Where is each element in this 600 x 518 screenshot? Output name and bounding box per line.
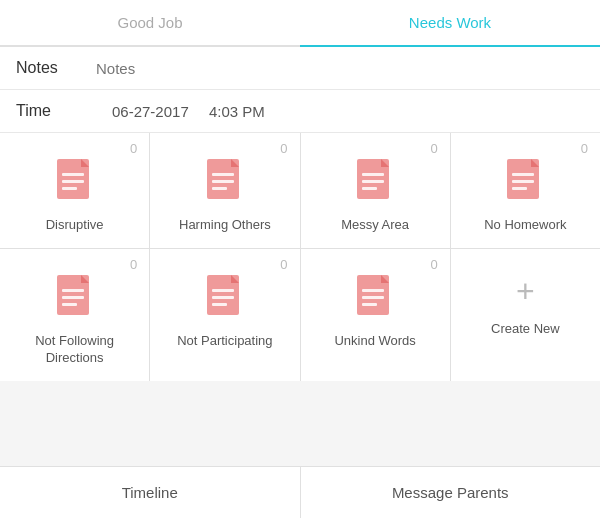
time-label: Time [16, 102, 96, 120]
time-date: 06-27-2017 [112, 103, 189, 120]
cell-count-messy-area: 0 [431, 141, 438, 156]
cell-label-not-participating: Not Participating [177, 333, 272, 350]
doc-icon-disruptive [53, 153, 97, 209]
cell-label-messy-area: Messy Area [341, 217, 409, 234]
grid-cell-not-participating[interactable]: 0 Not Participating [150, 249, 299, 381]
bottom-bar: Timeline Message Parents [0, 466, 600, 518]
cell-count-not-following-directions: 0 [130, 257, 137, 272]
time-value: 06-27-2017 4:03 PM [96, 103, 265, 120]
grid-cell-unkind-words[interactable]: 0 Unkind Words [301, 249, 450, 381]
doc-icon-harming-others [203, 153, 247, 209]
tab-good-job[interactable]: Good Job [0, 0, 300, 45]
notes-row: Notes [0, 47, 600, 90]
cell-label-create-new: Create New [491, 321, 560, 338]
behavior-grid-container: 0 Disruptive0 [0, 133, 600, 466]
time-clock: 4:03 PM [209, 103, 265, 120]
grid-cell-harming-others[interactable]: 0 Harming Others [150, 133, 299, 248]
doc-icon-no-homework [503, 153, 547, 209]
grid-cell-messy-area[interactable]: 0 Messy Area [301, 133, 450, 248]
tab-needs-work[interactable]: Needs Work [300, 0, 600, 45]
grid-cell-disruptive[interactable]: 0 Disruptive [0, 133, 149, 248]
notes-label: Notes [16, 59, 96, 77]
tabs-bar: Good Job Needs Work [0, 0, 600, 47]
behavior-grid: 0 Disruptive0 [0, 133, 600, 381]
grid-cell-create-new[interactable]: +Create New [451, 249, 600, 381]
plus-icon-create-new: + [503, 269, 547, 313]
cell-count-disruptive: 0 [130, 141, 137, 156]
notes-input[interactable] [96, 60, 584, 77]
message-parents-button[interactable]: Message Parents [301, 467, 601, 518]
cell-count-harming-others: 0 [280, 141, 287, 156]
cell-count-not-participating: 0 [280, 257, 287, 272]
cell-label-unkind-words: Unkind Words [334, 333, 415, 350]
cell-label-disruptive: Disruptive [46, 217, 104, 234]
grid-cell-not-following-directions[interactable]: 0 Not FollowingDirections [0, 249, 149, 381]
time-row: Time 06-27-2017 4:03 PM [0, 90, 600, 133]
doc-icon-unkind-words [353, 269, 397, 325]
grid-cell-no-homework[interactable]: 0 No Homework [451, 133, 600, 248]
doc-icon-not-participating [203, 269, 247, 325]
doc-icon-not-following-directions [53, 269, 97, 325]
timeline-button[interactable]: Timeline [0, 467, 301, 518]
cell-label-no-homework: No Homework [484, 217, 566, 234]
cell-label-harming-others: Harming Others [179, 217, 271, 234]
cell-count-no-homework: 0 [581, 141, 588, 156]
cell-label-not-following-directions: Not FollowingDirections [35, 333, 114, 367]
cell-count-unkind-words: 0 [431, 257, 438, 272]
plus-symbol: + [516, 275, 535, 307]
doc-icon-messy-area [353, 153, 397, 209]
